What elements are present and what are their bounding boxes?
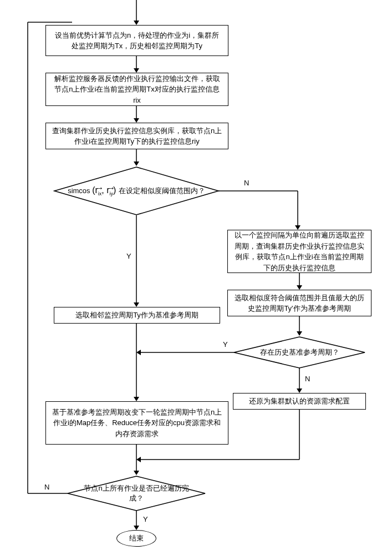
text: 查询集群作业历史执行监控信息实例库，获取节点n上作业i在监控周期Ty下的执行监控… — [52, 125, 222, 147]
process-restore-default-config: 还原为集群默认的资源需求配置 — [233, 393, 366, 410]
text: 还原为集群默认的资源需求配置 — [249, 396, 350, 407]
svg-marker-29 — [134, 471, 139, 475]
text: 选取相似度符合阈值范围并且值最大的历史监控周期Ty'作为基准参考周期 — [233, 292, 365, 314]
svg-marker-22 — [136, 350, 141, 355]
text: 解析监控服务器反馈的作业执行监控输出文件，获取节点n上作业i在当前监控周期Tx对… — [52, 73, 222, 106]
process-query-history: 查询集群作业历史执行监控信息实例库，获取节点n上作业i在监控周期Ty下的执行监控… — [45, 123, 228, 149]
svg-marker-1 — [134, 21, 139, 25]
svg-marker-35 — [134, 526, 139, 530]
terminal-end: 结束 — [116, 530, 156, 547]
decision-simcos-threshold: simcos (r→ix, r→iy) 在设定相似度阈值范围内？ — [53, 166, 220, 216]
decision-all-jobs-traversed: 节点n上所有作业是否已经遍历完成？ — [67, 475, 206, 512]
text: 结束 — [129, 533, 144, 543]
svg-marker-11 — [295, 225, 301, 230]
text: 节点n上所有作业是否已经遍历完成？ — [67, 483, 206, 503]
label-yes: Y — [143, 515, 148, 523]
text: 设当前优势计算节点为n，待处理的作业为i，集群所处监控周期为Tx，历史相邻监控周… — [52, 30, 222, 52]
svg-marker-17 — [297, 331, 302, 336]
label-yes: Y — [223, 340, 228, 349]
process-traverse-backward: 以一个监控间隔为单位向前遍历选取监控周期，查询集群历史作业执行监控信息实例库，获… — [227, 230, 371, 273]
text: 选取相邻监控周期Ty作为基准参考周期 — [75, 310, 198, 321]
label-no: N — [44, 483, 49, 491]
decision-history-reference-exists: 存在历史基准参考周期？ — [233, 336, 366, 369]
svg-marker-7 — [134, 162, 139, 166]
svg-marker-13 — [134, 302, 139, 307]
process-select-max-similarity: 选取相似度符合阈值范围并且值最大的历史监控周期Ty'作为基准参考周期 — [227, 290, 371, 316]
process-set-params: 设当前优势计算节点为n，待处理的作业为i，集群所处监控周期为Tx，历史相邻监控周… — [45, 25, 228, 56]
text: simcos (r→ix, r→iy) 在设定相似度阈值范围内？ — [57, 184, 216, 198]
label-no: N — [244, 179, 249, 187]
text: 存在历史基准参考周期？ — [249, 347, 350, 357]
svg-marker-24 — [297, 389, 302, 393]
svg-marker-3 — [134, 68, 139, 73]
process-parse-monitor: 解析监控服务器反馈的作业执行监控输出文件，获取节点n上作业i在当前监控周期Tx对… — [45, 73, 228, 106]
process-select-adjacent-period: 选取相邻监控周期Ty作为基准参考周期 — [54, 307, 220, 324]
label-yes: Y — [126, 252, 131, 260]
svg-marker-20 — [134, 397, 139, 401]
svg-marker-15 — [297, 285, 302, 290]
text: 以一个监控间隔为单位向前遍历选取监控周期，查询集群历史作业执行监控信息实例库，获… — [233, 230, 365, 273]
svg-marker-5 — [134, 118, 139, 123]
label-no: N — [305, 375, 310, 383]
